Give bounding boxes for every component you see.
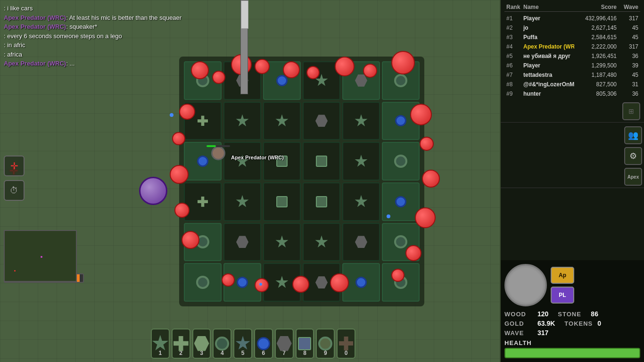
chat-panel: : i like cars Apex Predator (WRC): At le…	[0, 0, 240, 72]
tower-cell	[223, 182, 261, 221]
lb-row-6: #6 Player 1,299,500 39	[504, 61, 640, 70]
tower-cell	[382, 182, 420, 221]
lb-rank-3: #3	[506, 34, 523, 41]
enemy	[172, 132, 185, 145]
tower-cell	[303, 263, 340, 302]
player-buttons: Ap PL	[551, 267, 574, 304]
right-icon-buttons: 👥 ⚙ Apex	[501, 126, 644, 186]
resize-button[interactable]: ⊞	[622, 102, 640, 120]
tower-cell	[223, 263, 261, 302]
hotbar-slot-1[interactable]: 1	[151, 329, 170, 359]
enemy	[363, 64, 377, 78]
chat-message: Apex Predator (WRC): ...	[4, 59, 237, 68]
tower-cell	[342, 61, 380, 100]
lb-wave-7: 45	[617, 72, 638, 78]
boss-enemy	[139, 177, 167, 205]
lb-name-9: hunter	[523, 90, 574, 97]
lb-name-1: Player	[523, 15, 574, 22]
chat-scrollbar-thumb[interactable]	[241, 0, 248, 29]
hotbar-slot-9[interactable]: 9	[316, 329, 335, 359]
tower-cell	[382, 102, 420, 140]
lb-rank-2: #2	[506, 25, 523, 31]
lb-header-wave: Wave	[617, 4, 638, 10]
health-section: HEALTH	[504, 339, 640, 358]
minimap	[4, 230, 77, 282]
tower-cell	[263, 182, 301, 221]
settings-button[interactable]: ⚙	[624, 147, 642, 165]
tower-cell	[382, 263, 420, 302]
tower-cell	[342, 102, 380, 140]
lb-score-4: 2,222,000	[574, 43, 617, 50]
profile-button[interactable]: Apex	[624, 168, 642, 186]
hotbar-slot-0[interactable]: 0	[337, 329, 355, 359]
clock-button[interactable]: ⏱	[4, 180, 25, 201]
player-btn-pl[interactable]: PL	[551, 287, 574, 304]
minimap-player-dot	[41, 256, 42, 258]
enemy	[306, 66, 320, 79]
lb-wave-6: 39	[617, 62, 638, 69]
enemy	[405, 245, 421, 261]
lb-row-2: #2 jo 2,627,145 45	[504, 23, 640, 33]
lb-rank-1: #1	[506, 15, 523, 22]
chat-scrollbar[interactable]	[240, 0, 248, 94]
hotbar-slot-4[interactable]: 4	[213, 329, 231, 359]
player-character	[211, 146, 225, 160]
lb-row-9: #9 hunter 805,306 36	[504, 89, 640, 99]
enemy	[255, 278, 269, 292]
users-button[interactable]: 👥	[624, 126, 642, 144]
projectile	[259, 283, 262, 286]
lb-row-7: #7 tettadestra 1,187,480 45	[504, 70, 640, 80]
tower-cell	[223, 102, 261, 140]
tower-cell	[303, 142, 340, 181]
tower-cell	[263, 223, 301, 262]
tower-cell	[303, 223, 340, 262]
enemy	[222, 273, 235, 287]
enemy	[391, 51, 415, 74]
minimap-enemy-dot	[14, 270, 16, 272]
tower-cell	[382, 223, 420, 262]
enemy	[170, 165, 189, 184]
tower-cell	[184, 223, 222, 262]
hotbar-slot-2[interactable]: 2	[172, 329, 190, 359]
tower-cell	[263, 142, 301, 181]
enemy	[391, 269, 405, 282]
lb-row-3: #3 Puffa 2,584,615 45	[504, 33, 640, 42]
leaderboard-header: Rank Name Score Wave	[504, 3, 640, 12]
wave-label: WAVE	[504, 329, 537, 337]
tower-cell	[303, 182, 340, 221]
right-panel: Rank Name Score Wave #1 Player 432,996,4…	[500, 0, 644, 362]
tower-cell	[342, 142, 380, 181]
crosshair-button[interactable]: ✛	[4, 156, 25, 176]
tower-cell	[184, 142, 222, 181]
lb-name-2: jo	[523, 25, 574, 31]
resource-row-gold: GOLD 63.9K TOKENS 0	[504, 320, 640, 327]
lb-rank-5: #5	[506, 53, 523, 59]
resource-row-wood: WOOD 120 STONE 86	[504, 310, 640, 318]
lb-score-7: 1,187,480	[574, 72, 617, 78]
tower-cell	[342, 182, 380, 221]
tokens-value: 0	[597, 320, 601, 327]
hotbar-slot-3[interactable]: 3	[192, 329, 211, 359]
tower-cell	[263, 102, 301, 140]
lb-wave-4: 317	[617, 43, 638, 50]
lb-score-8: 827,500	[574, 81, 617, 88]
gold-value: 63.9K	[537, 320, 555, 327]
hotbar-slot-7[interactable]: 7	[275, 329, 294, 359]
lb-rank-8: #8	[506, 81, 523, 88]
hotbar-slot-8[interactable]: 8	[296, 329, 314, 359]
enemy	[212, 71, 225, 84]
tower-cell	[342, 223, 380, 262]
health-label: HEALTH	[504, 339, 640, 346]
tower-cell	[223, 223, 261, 262]
lb-wave-2: 45	[617, 25, 638, 31]
player-btn-ap[interactable]: Ap	[551, 267, 574, 284]
hotbar-slot-6[interactable]: 6	[254, 329, 273, 359]
enemy	[292, 276, 309, 293]
lb-score-5: 1,926,451	[574, 53, 617, 59]
hotbar-slot-5[interactable]: 5	[233, 329, 252, 359]
tower-cell	[263, 263, 301, 302]
enemy	[174, 203, 190, 218]
tower-grid	[184, 61, 420, 302]
lb-wave-3: 45	[617, 34, 638, 41]
lb-wave-5: 36	[617, 53, 638, 59]
